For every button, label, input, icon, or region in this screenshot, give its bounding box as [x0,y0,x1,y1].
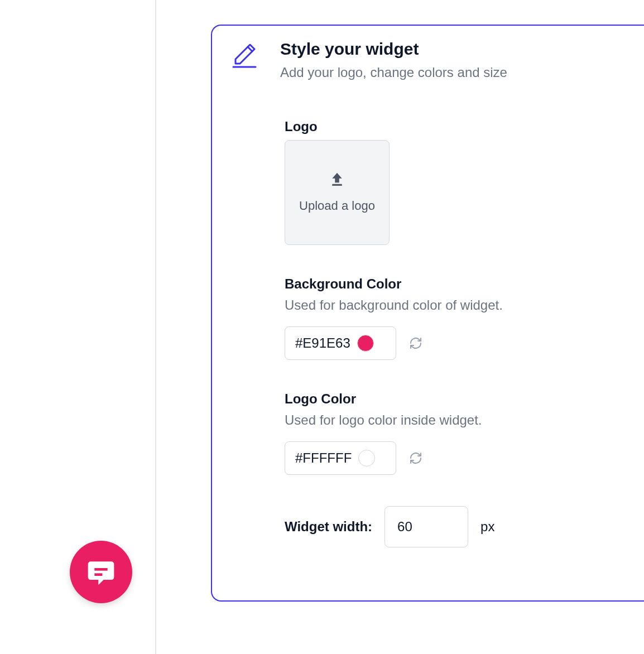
logo-color-description: Used for logo color inside widget. [285,412,644,428]
background-color-description: Used for background color of widget. [285,297,644,313]
background-color-value: #E91E63 [295,335,350,351]
panel-header: Style your widget Add your logo, change … [229,39,644,81]
logo-color-input[interactable]: #FFFFFF [285,441,396,475]
upload-icon [329,171,345,190]
widget-width-field: Widget width: px [285,506,644,547]
widget-width-row: Widget width: px [285,506,644,547]
panel-header-text: Style your widget Add your logo, change … [280,39,507,81]
svg-rect-2 [94,568,107,571]
refresh-icon [409,451,422,465]
logo-color-reset-button[interactable] [408,451,423,465]
logo-color-field: Logo Color Used for logo color inside wi… [285,391,644,475]
form-content: Logo Upload a logo Background Color Used… [285,119,644,547]
upload-logo-button[interactable]: Upload a logo [285,140,390,245]
logo-color-swatch [358,450,375,467]
background-color-row: #E91E63 [285,326,644,360]
background-color-input[interactable]: #E91E63 [285,326,396,360]
logo-color-row: #FFFFFF [285,441,644,475]
style-widget-panel: Style your widget Add your logo, change … [211,25,644,602]
sidebar-divider [155,0,156,654]
chat-icon [85,556,117,588]
widget-width-label: Widget width: [285,519,372,535]
widget-width-unit: px [480,519,494,535]
refresh-icon [409,336,422,350]
widget-width-input[interactable] [385,506,468,547]
logo-label: Logo [285,119,644,134]
svg-rect-3 [94,573,102,576]
upload-text: Upload a logo [287,198,387,214]
chat-fab-button[interactable] [70,541,132,603]
panel-subtitle: Add your logo, change colors and size [280,64,507,81]
logo-field: Logo Upload a logo [285,119,644,245]
panel-title: Style your widget [280,39,507,59]
logo-color-value: #FFFFFF [295,450,352,466]
background-color-reset-button[interactable] [408,336,423,350]
svg-rect-1 [332,184,342,186]
pencil-icon [229,39,260,70]
background-color-field: Background Color Used for background col… [285,276,644,360]
background-color-label: Background Color [285,276,644,292]
logo-color-label: Logo Color [285,391,644,407]
background-color-swatch [357,335,374,352]
